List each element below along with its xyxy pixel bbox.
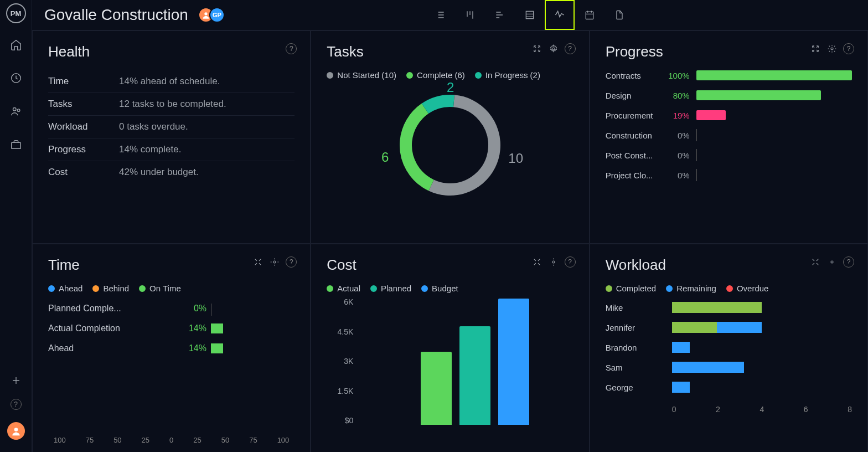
legend-item: On Time (139, 284, 181, 293)
health-value: 42% under budget. (119, 167, 199, 178)
help-icon[interactable]: ? (565, 256, 576, 268)
board-icon[interactable] (455, 0, 485, 30)
help-icon[interactable]: ? (843, 256, 854, 268)
file-icon[interactable] (604, 0, 634, 30)
health-rows: Time14% ahead of schedule.Tasks12 tasks … (48, 70, 294, 183)
legend-dot (370, 285, 377, 292)
progress-track (696, 150, 852, 160)
expand-icon[interactable] (531, 256, 542, 268)
legend-dot (92, 285, 99, 292)
help-icon[interactable]: ? (286, 256, 297, 268)
progress-row: Contracts100% (606, 70, 852, 80)
legend-dot (406, 72, 413, 79)
health-label: Workload (48, 121, 119, 132)
cost-legend: ActualPlannedBudget (327, 284, 573, 293)
time-bar (211, 304, 225, 314)
time-bar (211, 323, 225, 333)
card-cost: ? Cost ActualPlannedBudget 6K4.5K3K1.5K$… (311, 244, 589, 452)
progress-row: Procurement19% (606, 110, 852, 120)
sheet-icon[interactable] (515, 0, 545, 30)
home-icon[interactable] (10, 39, 22, 51)
card-time: ? Time AheadBehindOn Time Planned Comple… (32, 244, 311, 452)
legend-item: Planned (370, 284, 411, 293)
expand-icon[interactable] (531, 43, 542, 54)
svg-rect-7 (586, 12, 593, 19)
clock-icon[interactable] (10, 72, 22, 84)
app-logo[interactable]: PM (6, 3, 26, 23)
time-label: Ahead (48, 343, 179, 353)
team-icon[interactable] (10, 105, 22, 117)
gantt-icon[interactable] (485, 0, 515, 30)
help-icon[interactable]: ? (11, 399, 22, 410)
help-icon[interactable]: ? (843, 43, 854, 54)
help-icon[interactable]: ? (565, 43, 576, 54)
workload-row: Jennifer (606, 317, 852, 337)
workload-track (672, 382, 852, 393)
briefcase-icon[interactable] (10, 138, 22, 151)
progress-pct: 19% (666, 111, 690, 120)
list-icon[interactable] (425, 0, 455, 30)
cost-bar (498, 299, 529, 425)
user-avatar[interactable] (7, 422, 25, 440)
member-avatar-gp[interactable]: GP (209, 7, 225, 23)
legend-item: Overdue (726, 284, 769, 293)
progress-track (696, 110, 852, 120)
expand-icon[interactable] (810, 43, 821, 54)
progress-pct: 80% (666, 91, 690, 100)
workload-label: Brandon (606, 343, 672, 352)
health-value: 12 tasks to be completed. (119, 99, 226, 110)
legend-item: Not Started (10) (327, 70, 396, 80)
progress-label: Construction (606, 131, 660, 140)
calendar-icon[interactable] (575, 0, 604, 30)
time-pct: 14% (179, 343, 206, 353)
gear-icon[interactable] (826, 256, 838, 268)
health-row: Workload0 tasks overdue. (48, 116, 294, 138)
health-label: Time (48, 76, 119, 87)
gear-icon[interactable] (548, 256, 559, 268)
dashboard-icon[interactable] (545, 0, 575, 30)
svg-point-13 (273, 261, 276, 263)
progress-pct: 0% (666, 151, 690, 160)
time-bar (211, 343, 225, 353)
expand-icon[interactable] (252, 256, 264, 268)
legend-dot (726, 285, 733, 292)
app-sidebar: PM ? (0, 0, 32, 452)
workload-xaxis: 02468 (606, 405, 852, 414)
time-label: Actual Completion (48, 323, 179, 333)
dashboard-grid: ? Health Time14% ahead of schedule.Tasks… (32, 30, 868, 452)
progress-row: Project Clo...0% (606, 170, 852, 180)
donut-label-complete: 6 (381, 150, 389, 165)
time-row: Ahead14% (48, 338, 225, 358)
plus-icon[interactable] (10, 374, 22, 387)
health-value: 14% ahead of schedule. (119, 76, 220, 87)
progress-label: Post Const... (606, 151, 660, 160)
legend-dot (421, 285, 428, 292)
time-pct: 14% (179, 323, 206, 333)
progress-track (696, 70, 852, 80)
card-health: ? Health Time14% ahead of schedule.Tasks… (32, 30, 311, 244)
time-rows: Planned Comple...0%Actual Completion14%A… (48, 299, 225, 358)
legend-dot (48, 285, 55, 292)
expand-icon[interactable] (810, 256, 821, 268)
donut-label-inprogress: 2 (447, 80, 454, 95)
svg-point-1 (13, 108, 16, 111)
workload-track (672, 362, 852, 373)
progress-pct: 0% (666, 131, 690, 140)
progress-track (696, 90, 852, 100)
gear-icon[interactable] (548, 43, 559, 54)
legend-item: Actual (327, 284, 360, 293)
legend-item: Behind (92, 284, 129, 293)
progress-row: Design80% (606, 90, 852, 100)
help-icon[interactable]: ? (286, 43, 297, 54)
gear-icon[interactable] (269, 256, 280, 268)
gear-icon[interactable] (826, 43, 838, 54)
tasks-legend: Not Started (10)Complete (6)In Progress … (327, 70, 573, 80)
cost-bar (459, 326, 490, 425)
progress-pct: 100% (666, 71, 690, 80)
progress-row: Post Const...0% (606, 150, 852, 160)
svg-point-8 (552, 48, 555, 50)
workload-track (672, 322, 852, 333)
progress-label: Procurement (606, 111, 660, 120)
health-row: Tasks12 tasks to be completed. (48, 93, 294, 116)
time-pct: 0% (179, 304, 206, 314)
